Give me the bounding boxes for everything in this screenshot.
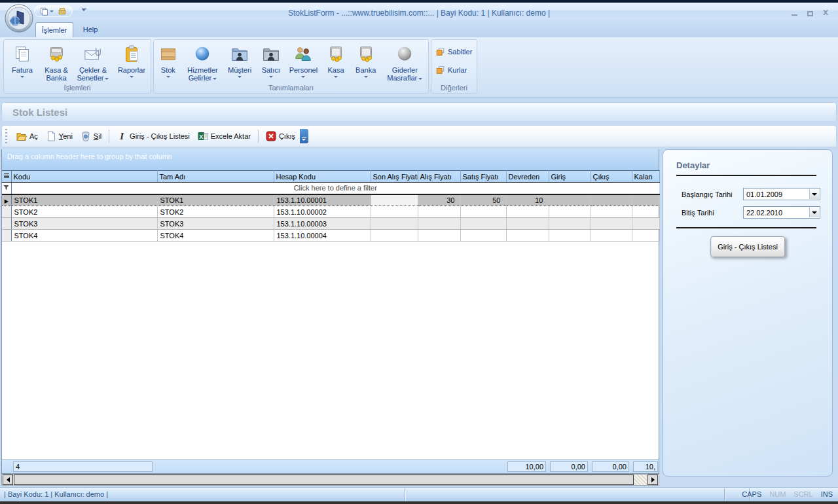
ribbon-button-cekler-senetler[interactable]: Çekler & Senetler [73,41,113,82]
end-date-input[interactable] [744,207,809,217]
grid-cell[interactable] [549,194,591,206]
toolbar-button-ac[interactable]: Aç [13,129,41,143]
column-header-7[interactable]: Devreden [506,171,549,183]
group-by-panel[interactable]: Drag a column header here to group by th… [2,149,659,170]
grid-cell[interactable]: 153.1.10.00003 [274,218,371,230]
scrollbar-thumb[interactable] [14,475,634,485]
grid-cell[interactable] [460,218,506,230]
grid-cell[interactable] [506,218,549,230]
grid-cell[interactable] [591,194,632,206]
ribbon-button-kurlar[interactable]: Kurlar [431,63,471,77]
row-indicator [2,230,11,242]
qat-overflow-button[interactable] [80,8,88,11]
ribbon-button-sabitler[interactable]: Sabitler [431,45,476,58]
grid-cell[interactable]: 50 [460,194,506,206]
grid-corner[interactable] [2,171,11,183]
grid-cell[interactable]: 153.1.10.00004 [274,230,371,242]
ribbon-button-banka[interactable]: Banka [350,41,382,78]
column-header-10[interactable]: Kalan [632,171,659,183]
ribbon-button-kasa-banka[interactable]: Kasa & Banka [40,41,73,82]
ribbon-button-fatura[interactable]: Fatura [5,41,40,78]
grid-cell[interactable]: STOK2 [157,206,274,218]
column-header-5[interactable]: Alış Fiyatı [418,171,460,183]
end-date-picker[interactable] [743,206,820,219]
grid-cell[interactable] [549,206,591,218]
grid-cell[interactable]: STOK1 [157,194,274,206]
grid-cell[interactable] [591,206,632,218]
calendar-dropdown-button[interactable] [809,189,819,199]
chevron-down-icon [812,211,817,214]
toolbar-button-giris-cikis-listesi[interactable]: IGiriş - Çıkış Listesi [113,129,193,143]
toolbar-button-cikis[interactable]: Çıkış [263,129,299,143]
grid-cell[interactable] [549,218,591,230]
column-header-3[interactable]: Hesap Kodu [274,171,371,183]
filter-row-prompt[interactable]: Click here to define a filter [11,183,659,194]
start-date-input[interactable] [744,189,809,199]
grid-cell[interactable] [371,194,418,206]
scrollbar-track[interactable] [634,475,647,485]
tab-help[interactable]: Help [76,22,105,37]
column-header-6[interactable]: Satış Fiyatı [460,171,506,183]
restore-button[interactable] [805,9,814,16]
toolbar-button-sil[interactable]: Sil [77,129,105,143]
toolbar-grip[interactable] [4,129,9,143]
giris-cikis-listesi-button[interactable]: Giriş - Çıkış Listesi [710,236,785,257]
grid-cell[interactable]: STOK4 [11,230,157,242]
grid-cell[interactable] [371,206,418,218]
grid-cell[interactable] [418,206,460,218]
ribbon-button-giderler-masraflar[interactable]: Giderler Masraflar [382,41,428,82]
grid-cell[interactable] [632,206,659,218]
scroll-left-button[interactable] [3,475,13,485]
toolbar-button-excele-aktar[interactable]: XExcele Aktar [194,129,254,143]
ribbon-button-raporlar[interactable]: Raporlar [113,41,150,78]
grid-cell[interactable] [506,230,549,242]
column-header-1[interactable]: Kodu [11,171,157,183]
qat-print-button[interactable] [58,7,67,16]
column-header-2[interactable]: Tam Adı [157,171,274,183]
grid-cell[interactable] [506,206,549,218]
grid-cell[interactable] [632,194,659,206]
column-header-8[interactable]: Giriş [549,171,591,183]
grid-cell[interactable] [591,230,632,242]
grid-cell[interactable] [632,230,659,242]
start-date-picker[interactable] [743,188,820,200]
grid-cell[interactable] [460,230,506,242]
grid-cell[interactable]: STOK3 [11,218,157,230]
calendar-dropdown-button[interactable] [809,207,819,217]
italic-i-icon: I [117,131,127,141]
grid-cell[interactable]: 153.1.10.00001 [274,194,371,206]
tab-islemler[interactable]: İşlemler [35,22,73,37]
column-header-4[interactable]: Son Alış Fiyatı [371,171,418,183]
grid-cell[interactable]: STOK2 [11,206,157,218]
scroll-right-button[interactable] [647,475,658,485]
application-menu-button[interactable] [5,4,33,33]
grid-cell[interactable] [371,230,418,242]
grid-cell[interactable] [371,218,418,230]
ribbon-button-musteri[interactable]: Müşteri [223,41,257,78]
ribbon-button-hizmetler-gelirler[interactable]: Hizmetler Gelirler [183,41,223,82]
toolbar-overflow-button[interactable] [300,129,308,143]
ribbon-button-stok[interactable]: Stok [154,41,183,78]
grid-cell[interactable]: 10 [506,194,549,206]
grid-cell[interactable] [460,206,506,218]
grid-cell[interactable] [591,218,632,230]
qat-new-window-button[interactable] [40,7,54,16]
minimize-button[interactable] [790,9,799,16]
grid-cell[interactable]: STOK1 [11,194,157,206]
ribbon-button-satici[interactable]: Satıcı [257,41,285,78]
close-button[interactable]: X [821,9,830,16]
grid-cell[interactable]: 153.1.10.00002 [274,206,371,218]
horizontal-scrollbar[interactable] [1,474,659,486]
grid-cell[interactable]: 30 [418,194,460,206]
toolbar-button-yeni[interactable]: Yeni [43,129,76,143]
grid-cell[interactable] [418,218,460,230]
grid-cell[interactable] [632,218,659,230]
grid-cell[interactable] [549,230,591,242]
column-header-9[interactable]: Çıkış [591,171,632,183]
grid-cell[interactable]: STOK3 [157,218,274,230]
scrl-indicator: SCRL [793,490,812,498]
grid-cell[interactable]: STOK4 [157,230,274,242]
grid-cell[interactable] [418,230,460,242]
ribbon-button-personel[interactable]: Personel [285,41,322,78]
ribbon-button-kasa[interactable]: Kasa [321,41,350,78]
